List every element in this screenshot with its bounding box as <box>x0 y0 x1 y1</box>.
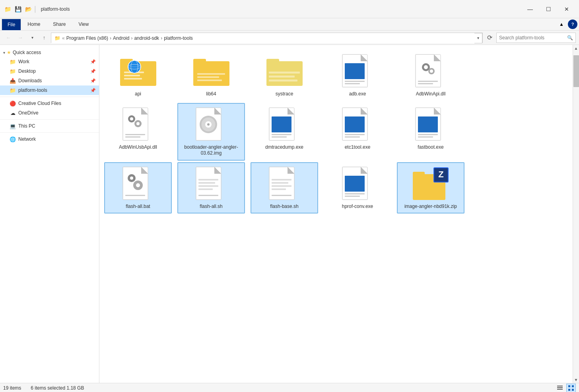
svg-rect-13 <box>197 76 219 78</box>
svg-rect-24 <box>345 81 365 82</box>
ribbon: File Home Share View ▲ ? <box>0 18 579 31</box>
file-label-bootloader: bootloader-angler-angler-03.62.img <box>183 144 239 157</box>
address-path-container[interactable]: 📁 « Program Files (x86) › Android › andr… <box>51 33 483 43</box>
view-large-icons-button[interactable] <box>566 384 576 392</box>
sidebar-item-desktop[interactable]: 📁 Desktop 📌 <box>0 66 99 76</box>
scroll-down-button[interactable]: ▼ <box>573 376 579 383</box>
file-item-adbwinapi[interactable]: AdbWinApi.dll <box>397 50 464 101</box>
file-item-adbwinusbapi[interactable]: AdbWinUsbApi.dll <box>104 103 172 161</box>
svg-rect-60 <box>345 116 365 132</box>
file-item-etc1tool[interactable]: etc1tool.exe <box>324 103 391 161</box>
sidebar-divider-2 <box>0 119 99 120</box>
sidebar-item-downloads-label: Downloads <box>18 78 42 83</box>
search-box[interactable]: 🔍 <box>496 33 576 43</box>
sidebar-item-work[interactable]: 📁 Work 📌 <box>0 57 99 66</box>
help-button[interactable]: ? <box>568 19 577 29</box>
svg-rect-34 <box>418 83 433 84</box>
file-icon-fastboot <box>411 107 451 143</box>
file-item-flash-all-sh[interactable]: flash-all.sh <box>177 162 245 214</box>
file-item-api[interactable]: api <box>104 50 172 101</box>
file-label-api: api <box>135 91 141 97</box>
desktop-folder-icon: 📁 <box>10 68 16 74</box>
svg-rect-68 <box>418 136 433 138</box>
file-item-hprof-conv[interactable]: hprof-conv.exe <box>324 162 391 214</box>
tab-view[interactable]: View <box>72 18 95 30</box>
sidebar-divider-3 <box>0 132 99 133</box>
scrollbar-thumb[interactable] <box>573 55 579 87</box>
quick-access-label: Quick access <box>13 50 41 55</box>
status-bar: 19 items 6 items selected 1.18 GB <box>0 383 579 392</box>
file-label-flash-all-bat: flash-all.bat <box>126 204 150 210</box>
sidebar-item-onedrive[interactable]: ☁ OneDrive <box>0 108 99 118</box>
svg-rect-25 <box>345 83 360 84</box>
path-dropdown-button[interactable]: ▾ <box>474 33 482 43</box>
refresh-button[interactable]: ⟳ <box>484 33 495 43</box>
file-item-adb[interactable]: adb.exe <box>324 50 391 101</box>
svg-point-32 <box>430 70 433 73</box>
svg-point-75 <box>136 183 140 187</box>
dropdown-recent-button[interactable]: ▾ <box>27 33 37 43</box>
creative-cloud-icon: 🔴 <box>10 101 16 107</box>
sidebar-divider-1 <box>0 97 99 97</box>
svg-rect-12 <box>197 73 225 75</box>
file-icon-flash-all-sh <box>191 166 231 202</box>
svg-rect-17 <box>269 72 300 74</box>
back-button[interactable]: ← <box>3 33 14 43</box>
sidebar-item-platform-tools[interactable]: 📁 platform-tools 📌 <box>0 85 99 95</box>
undo-icon[interactable]: 📂 <box>24 5 33 14</box>
path-sep1: › <box>110 35 111 41</box>
window-title: platform-tools <box>41 6 521 12</box>
file-item-systrace[interactable]: systrace <box>251 50 318 101</box>
maximize-button[interactable]: ☐ <box>539 3 558 16</box>
search-icon[interactable]: 🔍 <box>567 35 573 41</box>
view-details-button[interactable] <box>555 384 565 392</box>
quick-access-header[interactable]: ▾ ★ Quick access <box>0 48 99 57</box>
svg-rect-11 <box>193 59 206 64</box>
file-item-dmtracedump[interactable]: dmtracedump.exe <box>251 103 318 161</box>
main-layout: ▾ ★ Quick access 📁 Work 📌 📁 Desktop 📌 📥 … <box>0 45 579 383</box>
file-label-systrace: systrace <box>276 91 293 97</box>
tab-file[interactable]: File <box>2 19 21 31</box>
tab-share[interactable]: Share <box>47 18 72 30</box>
tab-home[interactable]: Home <box>21 18 47 30</box>
svg-rect-19 <box>269 80 297 82</box>
svg-rect-76 <box>125 195 145 196</box>
svg-rect-82 <box>198 185 218 187</box>
svg-rect-67 <box>418 134 438 135</box>
close-button[interactable]: ✕ <box>558 3 576 16</box>
svg-rect-43 <box>125 136 140 138</box>
scrollbar-track[interactable] <box>573 51 579 376</box>
forward-button[interactable]: → <box>15 33 25 43</box>
file-item-lib64[interactable]: lib64 <box>177 50 245 101</box>
minimize-button[interactable]: — <box>521 3 539 16</box>
ribbon-tabs: File Home Share View ▲ ? <box>0 18 579 30</box>
scroll-up-button[interactable]: ▲ <box>573 45 579 51</box>
ribbon-collapse-button[interactable]: ▲ <box>557 19 566 29</box>
svg-rect-55 <box>272 134 291 135</box>
file-label-lib64: lib64 <box>206 91 216 97</box>
sidebar-item-creative-cloud[interactable]: 🔴 Creative Cloud Files <box>0 99 99 108</box>
sidebar-item-downloads[interactable]: 📥 Downloads 📌 <box>0 76 99 85</box>
work-pin-icon: 📌 <box>90 59 96 64</box>
svg-rect-98 <box>345 196 360 197</box>
file-item-image-angler[interactable]: Z image-angler-nbd91k.zip <box>397 162 464 214</box>
search-input[interactable] <box>499 35 567 41</box>
path-part1: Android <box>113 35 129 41</box>
file-icon-hprof-conv <box>338 166 377 202</box>
file-item-flash-all-bat[interactable]: flash-all.bat <box>104 162 172 214</box>
quick-access-icon[interactable]: 📁 <box>3 5 12 14</box>
address-path[interactable]: 📁 « Program Files (x86) › Android › andr… <box>51 33 474 43</box>
file-item-flash-base-sh[interactable]: flash-base.sh <box>251 162 318 214</box>
svg-rect-4 <box>124 75 140 76</box>
file-item-fastboot[interactable]: fastboot.exe <box>397 103 464 161</box>
file-icon-image-angler: Z <box>411 166 451 202</box>
svg-rect-66 <box>418 116 438 132</box>
sidebar-item-network[interactable]: 🌐 Network <box>0 134 99 144</box>
svg-text:Z: Z <box>438 169 443 179</box>
file-item-bootloader[interactable]: bootloader-angler-angler-03.62.img <box>177 103 245 161</box>
file-icon-adbwinapi <box>411 54 451 89</box>
file-label-flash-base-sh: flash-base.sh <box>270 204 298 210</box>
sidebar-item-this-pc[interactable]: 💻 This PC <box>0 121 99 131</box>
save-icon[interactable]: 💾 <box>14 5 22 14</box>
up-button[interactable]: ↑ <box>39 33 49 43</box>
